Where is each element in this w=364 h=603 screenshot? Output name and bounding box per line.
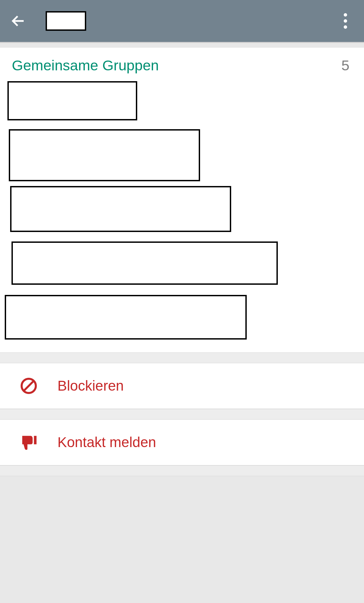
report-label: Kontakt melden (57, 434, 156, 450)
group-item-redacted[interactable] (5, 295, 247, 340)
thumbs-down-icon (20, 434, 37, 451)
block-label: Blockieren (57, 378, 124, 394)
groups-header: Gemeinsame Gruppen 5 (0, 48, 364, 81)
groups-count: 5 (341, 57, 352, 74)
group-item-redacted[interactable] (9, 129, 200, 181)
header-bar (0, 0, 364, 43)
group-item-redacted[interactable] (10, 186, 231, 232)
group-item-redacted[interactable] (7, 81, 137, 120)
back-button[interactable] (10, 13, 27, 29)
report-contact-button[interactable]: Kontakt melden (0, 420, 364, 465)
groups-title: Gemeinsame Gruppen (12, 57, 159, 74)
svg-line-1 (24, 381, 34, 391)
groups-list (0, 81, 364, 352)
contact-title-redacted (46, 11, 86, 31)
common-groups-section: Gemeinsame Gruppen 5 (0, 48, 364, 352)
dots-icon (344, 19, 347, 23)
separator (0, 465, 364, 476)
more-options-button[interactable] (340, 10, 350, 32)
dots-icon (344, 13, 347, 17)
separator (0, 409, 364, 420)
svg-rect-2 (34, 436, 37, 444)
block-button[interactable]: Blockieren (0, 363, 364, 409)
back-arrow-icon (11, 13, 26, 29)
dots-icon (344, 25, 347, 29)
separator (0, 352, 364, 363)
group-item-redacted[interactable] (11, 241, 278, 285)
block-icon (20, 377, 37, 394)
